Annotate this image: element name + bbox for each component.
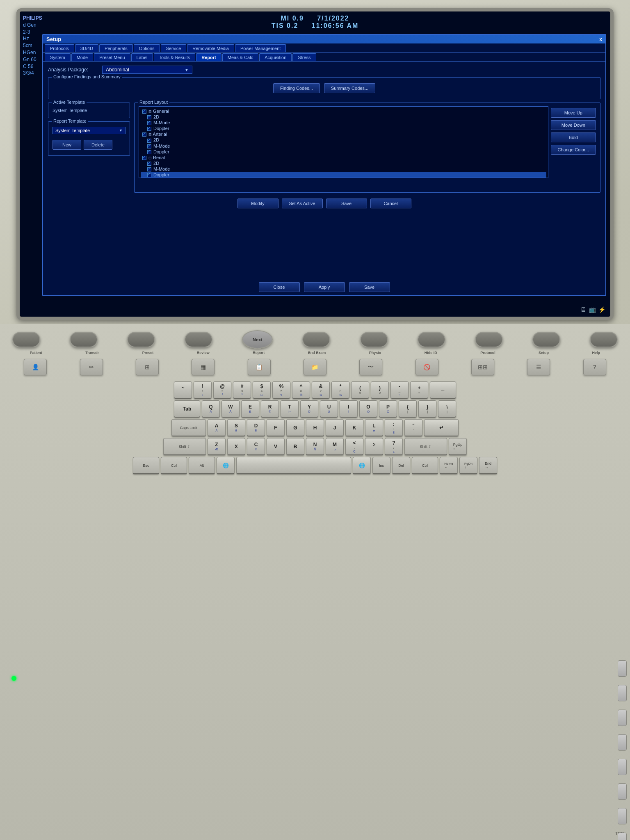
key-7[interactable]: &7¾ [312,381,330,399]
fkey-review[interactable]: ▦ [192,359,215,375]
ctrl-btn-5[interactable] [302,332,330,347]
key-globe-left[interactable]: 🌐 [217,457,235,474]
key-u[interactable]: UÚ [320,400,338,418]
fkey-physio[interactable]: 〜 [359,359,382,375]
key-t[interactable]: TÞ [281,400,299,418]
key-j[interactable]: J [326,419,344,436]
key-1[interactable]: !1¡ [194,381,212,399]
key-slash[interactable]: ?/¿ [385,438,403,455]
fkey-report[interactable]: 📋 [248,359,271,375]
slider-5[interactable] [618,759,627,775]
key-lbracket[interactable]: {[ [399,400,417,418]
tab-preset-menu[interactable]: Preset Menu [94,53,130,61]
key-home[interactable]: Home← [440,457,458,474]
key-ins[interactable]: Ins [372,457,390,474]
tab-removable-media[interactable]: Removable Media [187,44,234,52]
ctrl-btn-4[interactable] [185,332,212,347]
key-v[interactable]: V [267,438,285,455]
key-end[interactable]: End→ [479,457,497,474]
key-plus[interactable]: += [410,381,428,399]
key-shift-right[interactable]: Shift ⇧ [404,438,447,455]
tab-protocols[interactable]: Protocols [45,44,74,52]
doppler-2-checkbox[interactable] [147,150,151,154]
key-r[interactable]: R® [261,400,279,418]
key-tilde[interactable]: ~` [174,381,192,399]
key-tab[interactable]: Tab [174,400,200,418]
ctrl-btn-6[interactable] [360,332,388,347]
key-d[interactable]: DÐ [247,419,265,436]
dialog-close-button[interactable]: x [599,37,602,42]
key-alt[interactable]: Alt [189,457,215,474]
tab-tools-results[interactable]: Tools & Results [154,53,196,61]
key-shift-left[interactable]: Shift ⇧ [163,438,206,455]
key-a[interactable]: AÁ [208,419,226,436]
key-period[interactable]: >. [365,438,383,455]
key-f[interactable]: F [267,419,285,436]
tab-report[interactable]: Report [196,53,221,61]
tab-options[interactable]: Options [134,44,160,52]
mmode-3-checkbox[interactable] [147,167,151,171]
key-capslock[interactable]: Caps Lock [171,419,206,436]
key-6[interactable]: ^6½ [292,381,310,399]
tab-stress[interactable]: Stress [292,53,316,61]
ctrl-btn-9[interactable] [532,332,560,347]
tree-item-mmode-1[interactable]: M-Mode [141,120,546,126]
ctrl-btn-7[interactable] [418,332,445,347]
tree-item-doppler-3[interactable]: Doppler [141,172,546,178]
apply-button[interactable]: Apply [304,282,345,292]
slider-6[interactable] [618,783,627,800]
cancel-button[interactable]: Cancel [370,199,411,208]
key-comma[interactable]: <,Ç [345,438,363,455]
slider-2[interactable] [618,685,627,701]
set-as-active-button[interactable]: Set As Active [282,199,323,208]
tree-item-2d-3[interactable]: 2D [141,160,546,166]
tab-mode[interactable]: Mode [71,53,94,61]
move-up-button[interactable]: Move Up [551,108,596,118]
finding-codes-button[interactable]: Finding Codes... [273,83,320,93]
key-esc[interactable]: Esc [133,457,159,474]
tab-peripherals[interactable]: Peripherals [99,44,133,52]
key-8[interactable]: *8¾ [331,381,349,399]
modify-button[interactable]: Modify [237,199,278,208]
report-layout-tree[interactable]: ⊟ General 2D M-Mode [139,106,548,178]
move-down-button[interactable]: Move Down [551,120,596,130]
key-backspace[interactable]: ← [430,381,456,399]
fkey-end-exam[interactable]: 📁 [304,359,326,375]
change-color-button[interactable]: Change Color... [551,145,596,155]
mmode-2-checkbox[interactable] [147,144,151,148]
key-c[interactable]: C© [247,438,265,455]
key-o[interactable]: OÓ [359,400,377,418]
key-i[interactable]: IÍ [340,400,358,418]
ctrl-btn-3[interactable] [127,332,155,347]
key-ctrl-right[interactable]: Ctrl [412,457,438,474]
key-h[interactable]: H [306,419,324,436]
key-4[interactable]: $4□ [253,381,271,399]
tab-meas-calc[interactable]: Meas & Calc [222,53,258,61]
next-button[interactable]: Next [242,330,273,349]
key-pgup[interactable]: PgUp↑ [449,438,467,455]
renal-checkbox[interactable] [142,156,146,160]
tab-power-management[interactable]: Power Management [235,44,286,52]
fkey-preset[interactable]: ⊞ [136,359,159,375]
slider-4[interactable] [618,734,627,751]
save-template-button[interactable]: Save [326,199,367,208]
ctrl-btn-8[interactable] [475,332,503,347]
tree-item-mmode-2[interactable]: M-Mode [141,143,546,149]
key-pgdn[interactable]: PgDn↓ [459,457,477,474]
key-m[interactable]: Mµ [326,438,344,455]
key-3[interactable]: #3³ [233,381,251,399]
slider-1[interactable] [618,660,627,677]
bottom-save-button[interactable]: Save [349,282,390,292]
delete-template-button[interactable]: Delete [84,140,112,150]
mmode-1-checkbox[interactable] [147,121,151,125]
tab-acquisition[interactable]: Acquisition [259,53,292,61]
tree-item-mmode-3[interactable]: M-Mode [141,166,546,172]
key-q[interactable]: QÄ [202,400,220,418]
tree-item-general[interactable]: ⊟ General [141,108,546,114]
doppler-1-checkbox[interactable] [147,127,151,131]
key-globe-right[interactable]: 🌐 [353,457,371,474]
key-9[interactable]: (9 [351,381,369,399]
key-minus[interactable]: -_÷ [390,381,409,399]
key-rbracket[interactable]: }] [418,400,436,418]
2d-3-checkbox[interactable] [147,162,151,166]
